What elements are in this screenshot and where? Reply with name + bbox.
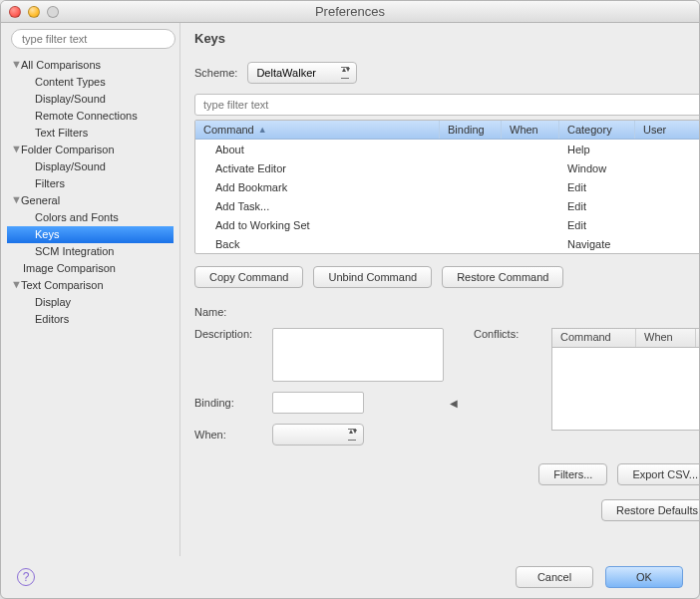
tree-item[interactable]: Remote Connections: [7, 108, 174, 125]
triangle-left-icon[interactable]: ◀: [450, 398, 468, 409]
tree-item[interactable]: Colors and Fonts: [7, 209, 174, 226]
tree-group[interactable]: ▼Text Comparison: [7, 277, 174, 294]
tree-label: Text Filters: [35, 127, 88, 139]
table-row[interactable]: Add BookmarkEdit: [195, 177, 700, 196]
ok-button[interactable]: OK: [605, 566, 683, 588]
help-icon[interactable]: ?: [17, 568, 35, 586]
tree-label: Colors and Fonts: [35, 211, 119, 223]
table-row[interactable]: Activate EditorWindow: [195, 158, 700, 177]
restore-command-button[interactable]: Restore Command: [442, 266, 563, 288]
conflicts-label: Conflicts:: [474, 328, 545, 340]
col-command[interactable]: Command▲: [195, 121, 440, 139]
export-csv-button[interactable]: Export CSV...: [617, 463, 700, 485]
page-title: Keys: [194, 31, 700, 46]
updown-icon: ▴▾: [349, 428, 357, 436]
disclosure-triangle-icon[interactable]: ▼: [11, 57, 21, 73]
col-user[interactable]: User: [635, 121, 700, 139]
tree-item[interactable]: Editors: [7, 311, 174, 328]
name-label: Name:: [194, 306, 266, 318]
tree-label: Folder Comparison: [21, 144, 115, 155]
sidebar: ▼All ComparisonsContent TypesDisplay/Sou…: [1, 23, 180, 556]
table-row[interactable]: Add to Working SetEdit: [195, 215, 700, 234]
restore-defaults-button[interactable]: Restore Defaults: [601, 499, 700, 521]
tree-item[interactable]: Display/Sound: [7, 158, 174, 175]
description-textarea[interactable]: [272, 328, 444, 382]
tree-label: Editors: [35, 313, 69, 325]
table-row[interactable]: Add Task...Edit: [195, 196, 700, 215]
cell-command: Add to Working Set: [195, 219, 440, 231]
preferences-window: Preferences ▼All ComparisonsContent Type…: [0, 0, 700, 599]
cell-category: Window: [559, 162, 635, 174]
tree-label: Display: [35, 296, 71, 308]
cancel-button[interactable]: Cancel: [516, 566, 593, 588]
cell-command: Add Task...: [195, 200, 440, 212]
scheme-label: Scheme:: [194, 67, 237, 79]
keys-table[interactable]: Command▲ Binding When Category User Abou…: [194, 120, 700, 254]
tree-label: Content Types: [35, 76, 106, 88]
disclosure-triangle-icon[interactable]: ▼: [11, 191, 21, 208]
description-label: Description:: [194, 328, 266, 340]
tree-label: Keys: [35, 228, 59, 240]
tree-item[interactable]: Content Types: [7, 74, 174, 91]
tree-group[interactable]: ▼Folder Comparison: [7, 142, 174, 158]
disclosure-triangle-icon[interactable]: ▼: [11, 141, 21, 157]
sort-asc-icon: ▲: [258, 125, 267, 135]
when-label: When:: [194, 429, 266, 441]
cell-command: Activate Editor: [195, 162, 440, 174]
col-binding[interactable]: Binding: [440, 121, 502, 139]
tree-label: All Comparisons: [21, 59, 101, 71]
tree-item[interactable]: SCM Integration: [7, 243, 174, 260]
tree-label: Remote Connections: [35, 110, 138, 122]
cell-command: About: [195, 144, 440, 155]
cell-category: Navigate: [559, 238, 635, 250]
sidebar-filter-input[interactable]: [11, 29, 175, 49]
cell-command: Back: [195, 238, 440, 250]
conflicts-col-when[interactable]: When: [636, 329, 696, 347]
preferences-tree[interactable]: ▼All ComparisonsContent TypesDisplay/Sou…: [7, 57, 174, 550]
when-select[interactable]: ▴▾: [272, 424, 364, 446]
cell-command: Add Bookmark: [195, 181, 440, 193]
tree-item[interactable]: Filters: [7, 175, 174, 192]
tree-label: General: [21, 194, 60, 206]
col-when[interactable]: When: [502, 121, 559, 139]
tree-group[interactable]: Image Comparison: [7, 260, 174, 277]
tree-label: Text Comparison: [21, 279, 104, 291]
scheme-select[interactable]: DeltaWalker ▴▾: [247, 62, 357, 84]
conflicts-col-command[interactable]: Command: [552, 329, 636, 347]
command-filter-input[interactable]: [194, 94, 700, 116]
tree-label: SCM Integration: [35, 245, 114, 257]
cell-category: Edit: [559, 200, 635, 212]
cell-category: Edit: [559, 219, 635, 231]
tree-item[interactable]: Text Filters: [7, 125, 174, 142]
content-pane: Keys Scheme: DeltaWalker ▴▾ Command▲ Bin…: [180, 23, 700, 556]
updown-icon: ▴▾: [342, 66, 350, 74]
conflicts-header: Command When: [551, 328, 700, 347]
tree-label: Image Comparison: [23, 262, 116, 274]
tree-item[interactable]: Display/Sound: [7, 91, 174, 108]
binding-label: Binding:: [194, 397, 266, 409]
copy-command-button[interactable]: Copy Command: [194, 266, 303, 288]
table-header: Command▲ Binding When Category User: [195, 121, 700, 140]
tree-label: Display/Sound: [35, 93, 106, 105]
binding-input[interactable]: [272, 392, 364, 414]
tree-label: Display/Sound: [35, 160, 106, 172]
cell-category: Help: [559, 144, 635, 155]
tree-item[interactable]: Keys: [7, 226, 174, 243]
conflicts-list[interactable]: [551, 347, 700, 431]
cell-category: Edit: [559, 181, 635, 193]
tree-group[interactable]: ▼All Comparisons: [7, 57, 174, 74]
tree-item[interactable]: Display: [7, 294, 174, 311]
dialog-footer: ? Cancel OK: [1, 556, 699, 598]
tree-group[interactable]: ▼General: [7, 192, 174, 209]
col-category[interactable]: Category: [559, 121, 635, 139]
table-row[interactable]: AboutHelp: [195, 140, 700, 158]
tree-label: Filters: [35, 177, 65, 189]
table-row[interactable]: BackNavigate: [195, 234, 700, 253]
window-title: Preferences: [1, 4, 699, 19]
scheme-value: DeltaWalker: [256, 67, 316, 79]
filters-button[interactable]: Filters...: [538, 463, 607, 485]
disclosure-triangle-icon[interactable]: ▼: [11, 276, 21, 293]
titlebar: Preferences: [1, 1, 699, 23]
unbind-command-button[interactable]: Unbind Command: [313, 266, 432, 288]
